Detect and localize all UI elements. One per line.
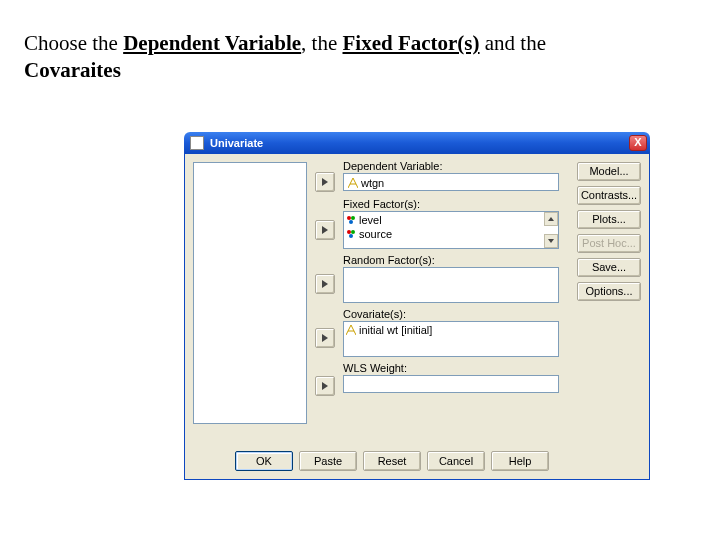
arrow-right-icon — [321, 178, 329, 186]
scroll-up-button[interactable] — [544, 212, 558, 226]
chevron-up-icon — [548, 217, 554, 221]
covariates-label: Covariate(s): — [343, 308, 406, 320]
instruction-text: Choose the Dependent Variable, the Fixed… — [0, 0, 720, 85]
fixed-factors-label: Fixed Factor(s): — [343, 198, 420, 210]
cancel-button[interactable]: Cancel — [427, 451, 485, 471]
move-to-dependent-button[interactable] — [315, 172, 335, 192]
move-to-wls-button[interactable] — [315, 376, 335, 396]
list-item[interactable]: level — [346, 213, 556, 227]
reset-button[interactable]: Reset — [363, 451, 421, 471]
arrow-right-icon — [321, 382, 329, 390]
close-icon[interactable]: X — [629, 135, 647, 151]
source-variable-list[interactable] — [193, 162, 307, 424]
titlebar[interactable]: Univariate X — [184, 132, 650, 154]
scale-icon — [348, 178, 358, 188]
svg-point-1 — [351, 216, 355, 220]
save-button[interactable]: Save... — [577, 258, 641, 277]
chevron-down-icon — [548, 239, 554, 243]
help-button[interactable]: Help — [491, 451, 549, 471]
app-icon — [190, 136, 204, 150]
move-to-fixed-button[interactable] — [315, 220, 335, 240]
random-factors-list[interactable] — [343, 267, 559, 303]
list-item[interactable]: initial wt [initial] — [346, 323, 556, 337]
move-to-random-button[interactable] — [315, 274, 335, 294]
random-factors-label: Random Factor(s): — [343, 254, 435, 266]
list-item: wtgn — [348, 176, 554, 190]
dependent-field[interactable]: wtgn — [343, 173, 559, 191]
plots-button[interactable]: Plots... — [577, 210, 641, 229]
svg-point-4 — [351, 230, 355, 234]
svg-point-2 — [349, 220, 353, 224]
covariates-list[interactable]: initial wt [initial] — [343, 321, 559, 357]
arrow-right-icon — [321, 226, 329, 234]
arrow-right-icon — [321, 280, 329, 288]
posthoc-button[interactable]: Post Hoc... — [577, 234, 641, 253]
arrow-right-icon — [321, 334, 329, 342]
contrasts-button[interactable]: Contrasts... — [577, 186, 641, 205]
list-item[interactable]: source — [346, 227, 556, 241]
options-button[interactable]: Options... — [577, 282, 641, 301]
nominal-icon — [346, 229, 356, 239]
wls-weight-label: WLS Weight: — [343, 362, 407, 374]
model-button[interactable]: Model... — [577, 162, 641, 181]
svg-point-5 — [349, 234, 353, 238]
move-to-covariate-button[interactable] — [315, 328, 335, 348]
paste-button[interactable]: Paste — [299, 451, 357, 471]
fixed-factors-list[interactable]: level source — [343, 211, 559, 249]
window-title: Univariate — [210, 137, 629, 149]
univariate-dialog: Univariate X Dependent Variable: wtgn Fi… — [184, 132, 650, 480]
wls-weight-field[interactable] — [343, 375, 559, 393]
ok-button[interactable]: OK — [235, 451, 293, 471]
svg-point-0 — [347, 216, 351, 220]
dialog-body: Dependent Variable: wtgn Fixed Factor(s)… — [184, 154, 650, 480]
nominal-icon — [346, 215, 356, 225]
scale-icon — [346, 325, 356, 335]
dependent-label: Dependent Variable: — [343, 160, 442, 172]
scroll-down-button[interactable] — [544, 234, 558, 248]
svg-point-3 — [347, 230, 351, 234]
